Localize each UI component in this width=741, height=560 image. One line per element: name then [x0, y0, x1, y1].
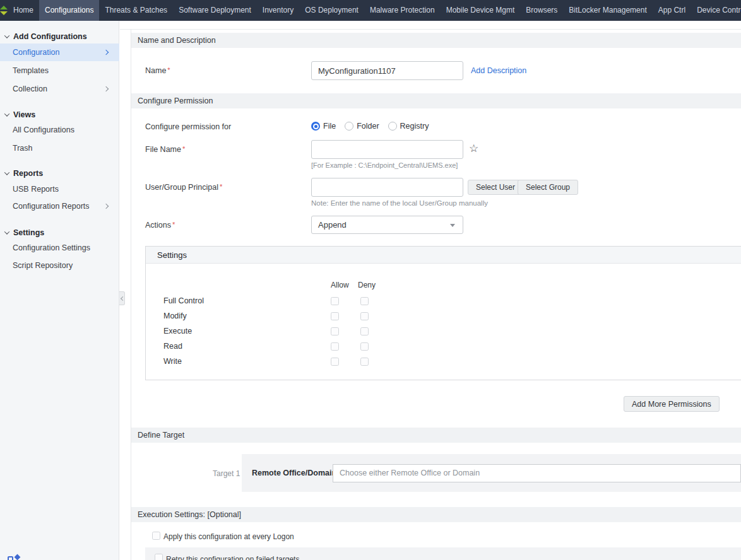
checkbox-modify-allow[interactable]	[331, 312, 339, 320]
actions-dropdown-value: Append	[318, 220, 347, 230]
nav-tab-bitlocker-management[interactable]: BitLocker Management	[563, 0, 652, 21]
sidebar-item-templates[interactable]: Templates	[13, 66, 49, 76]
allow-column-header: Allow	[331, 281, 349, 289]
checkbox-read-allow[interactable]	[331, 342, 339, 351]
sidebar-item-collection[interactable]: Collection	[13, 85, 47, 94]
file-name-label-text: File Name	[145, 145, 181, 154]
section-header-define-target: Define Target	[131, 428, 741, 443]
sidebar-item-script-repository[interactable]: Script Repository	[13, 261, 73, 271]
sidebar-item-trash[interactable]: Trash	[13, 144, 33, 153]
principal-note: Note: Enter the name of the local User/G…	[311, 199, 488, 207]
checkbox-retry-failed-targets[interactable]	[155, 554, 163, 560]
name-label-text: Name	[145, 66, 166, 75]
configure-permission-for-label: Configure permission for	[145, 122, 231, 131]
permission-row-label-modify: Modify	[163, 312, 187, 320]
radio-folder-label: Folder	[357, 122, 379, 131]
principal-label-text: User/Group Principal	[145, 183, 218, 192]
select-group-button[interactable]: Select Group	[518, 180, 578, 195]
required-marker: *	[220, 183, 222, 190]
sidebar-section-reports[interactable]: Reports	[5, 168, 43, 178]
favorite-star-icon[interactable]: ☆	[469, 143, 478, 155]
radio-unselected-icon	[345, 122, 353, 131]
checkbox-read-deny[interactable]	[360, 342, 369, 351]
settings-box-header: Settings	[146, 247, 741, 264]
add-more-permissions-button[interactable]: Add More Permissions	[624, 396, 720, 412]
sidebar-section-add-configurations[interactable]: Add Configurations	[5, 32, 87, 41]
radio-selected-icon	[311, 122, 320, 131]
section-header-name-description: Name and Description	[131, 33, 741, 48]
checkbox-execute-allow[interactable]	[331, 327, 339, 335]
chevron-down-icon	[4, 33, 9, 38]
radio-registry[interactable]: Registry	[388, 122, 429, 131]
actions-label-text: Actions	[145, 221, 171, 230]
radio-file[interactable]: File	[311, 122, 336, 131]
nav-tab-home[interactable]: Home	[8, 0, 39, 21]
sidebar-collapse-handle[interactable]	[119, 291, 125, 305]
remote-office-domain-select[interactable]: Choose either Remote Office or Domain	[333, 464, 741, 482]
sidebar-item-configuration-reports[interactable]: Configuration Reports	[13, 202, 90, 211]
permission-type-radio-group: File Folder Registry	[311, 122, 429, 131]
sidebar-item-configuration[interactable]: Configuration	[13, 48, 59, 57]
radio-registry-label: Registry	[400, 122, 429, 131]
spark-icon	[15, 554, 21, 560]
sidebar-section-label: Settings	[13, 228, 44, 237]
nav-tab-threats-patches[interactable]: Threats & Patches	[99, 0, 173, 21]
sidebar-item-all-configurations[interactable]: All Configurations	[13, 125, 74, 135]
logo-down-arrow-icon	[0, 11, 8, 15]
support-chat-icon[interactable]	[8, 555, 21, 560]
radio-folder[interactable]: Folder	[345, 122, 379, 131]
nav-tab-software-deployment[interactable]: Software Deployment	[173, 0, 257, 21]
sidebar-section-label: Add Configurations	[13, 32, 87, 41]
top-nav: Home Configurations Threats & Patches So…	[0, 0, 741, 21]
chevron-right-icon	[104, 86, 109, 91]
sidebar-item-usb-reports[interactable]: USB Reports	[13, 185, 59, 194]
checkbox-apply-at-logon[interactable]	[152, 532, 160, 540]
app-logo-icon[interactable]	[0, 0, 8, 21]
nav-tab-inventory[interactable]: Inventory	[257, 0, 299, 21]
deny-column-header: Deny	[358, 281, 376, 289]
select-user-button[interactable]: Select User	[468, 180, 523, 195]
file-name-label: File Name*	[145, 145, 185, 154]
content-top-divider	[120, 29, 741, 30]
permission-row-label-read: Read	[163, 342, 182, 351]
sidebar-section-settings[interactable]: Settings	[5, 228, 44, 237]
file-name-example-hint: [For Example : C:\Endpoint_Central\UEMS.…	[311, 161, 458, 169]
nav-tab-browsers[interactable]: Browsers	[520, 0, 563, 21]
actions-dropdown[interactable]: Append	[311, 216, 463, 234]
name-label: Name*	[145, 66, 170, 75]
sidebar-item-configuration-settings[interactable]: Configuration Settings	[13, 243, 90, 253]
checkbox-modify-deny[interactable]	[360, 312, 369, 320]
sidebar-section-views[interactable]: Views	[5, 110, 35, 119]
permission-row-label-full-control: Full Control	[163, 296, 204, 305]
nav-tab-configurations[interactable]: Configurations	[39, 0, 99, 21]
section-header-execution-settings: Execution Settings: [Optional]	[131, 507, 741, 522]
nav-tab-malware-protection[interactable]: Malware Protection	[364, 0, 441, 21]
retry-settings-box: Retry this configuration on failed targe…	[145, 547, 741, 560]
actions-label: Actions*	[145, 221, 175, 230]
permission-row-label-write: Write	[163, 357, 182, 366]
nav-tab-app-ctrl[interactable]: App Ctrl	[653, 0, 691, 21]
nav-tab-device-control[interactable]: Device Control	[691, 0, 741, 21]
nav-tab-os-deployment[interactable]: OS Deployment	[299, 0, 364, 21]
file-name-input[interactable]	[311, 140, 463, 159]
checkbox-write-deny[interactable]	[360, 358, 369, 366]
checkbox-full-control-deny[interactable]	[360, 297, 369, 305]
user-group-principal-label: User/Group Principal*	[145, 183, 222, 192]
permission-settings-box: Settings Allow Deny Full Control Modify …	[145, 246, 741, 380]
user-group-principal-input[interactable]	[311, 178, 463, 197]
add-description-link[interactable]: Add Description	[471, 66, 526, 75]
sidebar-section-label: Views	[13, 110, 35, 119]
checkbox-write-allow[interactable]	[331, 358, 339, 366]
permission-row-label-execute: Execute	[163, 327, 192, 335]
checkbox-execute-deny[interactable]	[360, 327, 369, 335]
sidebar-section-label: Reports	[13, 169, 43, 178]
chevron-down-icon	[4, 170, 9, 175]
chevron-right-icon	[104, 204, 109, 209]
nav-tab-mobile-device-mgmt[interactable]: Mobile Device Mgmt	[441, 0, 521, 21]
dropdown-caret-icon	[450, 224, 455, 227]
chevron-down-icon	[4, 111, 9, 116]
name-input[interactable]	[311, 61, 463, 80]
apply-at-logon-label: Apply this configuration at every Logon	[163, 532, 294, 541]
checkbox-full-control-allow[interactable]	[331, 297, 339, 305]
radio-file-label: File	[323, 122, 336, 131]
